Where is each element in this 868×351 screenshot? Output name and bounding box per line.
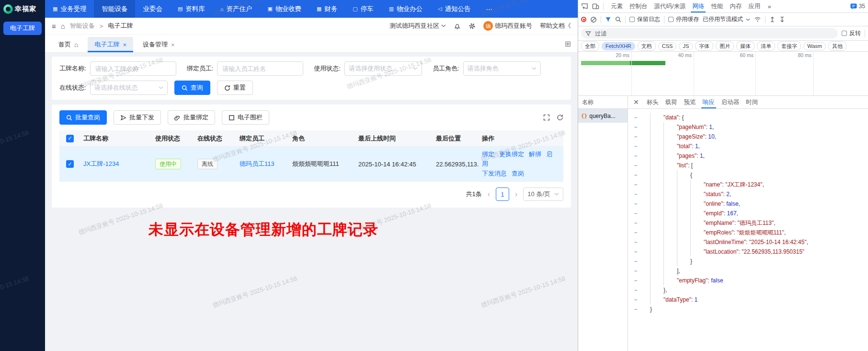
page-size-select[interactable]: 10 条/页	[523, 187, 563, 201]
request-filter-chip[interactable]: 全部	[581, 41, 599, 51]
topnav-item[interactable]: ▦业务受理	[45, 0, 94, 18]
network-conditions-icon[interactable]	[754, 16, 761, 23]
request-filter-chip[interactable]: 媒体	[736, 41, 754, 51]
detail-tab[interactable]: 载荷	[662, 96, 681, 108]
fold-marker-icon[interactable]: −	[628, 209, 643, 218]
devtools-tab[interactable]: 网络	[689, 0, 708, 12]
page-number-button[interactable]: 1	[496, 187, 509, 201]
badge-name-link[interactable]: JX工牌-1234	[83, 160, 119, 167]
table-row[interactable]: ✓JX工牌-1234使用中离线德玛员工113烦烦烦呃呃呃1112025-10-1…	[59, 147, 563, 181]
breadcrumb-section[interactable]: 智能设备	[70, 22, 95, 30]
batch-button[interactable]: 批量下发	[114, 110, 161, 125]
row-action-link[interactable]: 下发消息	[482, 170, 507, 177]
fold-marker-icon[interactable]: −	[628, 180, 643, 189]
refresh-icon[interactable]	[557, 114, 563, 121]
account-menu[interactable]: 德 德玛西亚账号	[483, 21, 532, 31]
fold-marker-icon[interactable]: −	[628, 285, 643, 295]
close-detail-icon[interactable]: ✕	[629, 96, 643, 108]
requests-name-header[interactable]: 名称	[578, 96, 628, 109]
app-logo[interactable]: 幸福家	[0, 0, 45, 18]
community-selector[interactable]: 测试德玛西亚社区	[389, 22, 446, 30]
devtools-tab[interactable]: 内存	[726, 0, 745, 12]
detail-tab[interactable]: 标头	[643, 96, 662, 108]
gear-icon[interactable]	[468, 23, 476, 30]
export-har-icon[interactable]: ↧	[779, 16, 786, 23]
record-network-log-button[interactable]	[581, 17, 586, 22]
row-action-link[interactable]: 解绑	[529, 151, 541, 158]
devtools-tab[interactable]: 应用	[745, 0, 764, 12]
fold-marker-icon[interactable]: −	[628, 266, 643, 276]
row-checkbox[interactable]: ✓	[66, 160, 74, 168]
fold-marker-icon[interactable]: −	[628, 141, 643, 151]
import-har-icon[interactable]: ↥	[769, 16, 776, 23]
request-row[interactable]: {}queryBa...	[578, 109, 628, 123]
fullscreen-icon[interactable]	[543, 114, 550, 121]
invert-filter-checkbox[interactable]: 反转	[842, 29, 861, 37]
fold-marker-icon[interactable]: −	[628, 161, 643, 170]
fold-marker-icon[interactable]: −	[628, 276, 643, 285]
reset-button[interactable]: 重置	[217, 81, 253, 95]
request-filter-chip[interactable]: 清单	[757, 41, 775, 51]
row-action-link[interactable]: 绑定	[482, 151, 494, 158]
fold-marker-icon[interactable]: −	[628, 199, 643, 209]
page-tab[interactable]: 首页⌂	[52, 37, 85, 52]
issues-counter[interactable]: 35	[850, 3, 865, 10]
fold-marker-icon[interactable]: −	[628, 113, 643, 122]
batch-button[interactable]: 批量查岗	[59, 110, 107, 125]
topnav-item[interactable]: ⋯	[479, 0, 501, 18]
clear-network-log-icon[interactable]	[590, 16, 597, 23]
detail-tab[interactable]: 时间	[742, 96, 761, 108]
batch-button[interactable]: 批量绑定	[168, 110, 215, 125]
batch-button[interactable]: 电子围栏	[222, 110, 269, 125]
topnav-item[interactable]: ⌂资产住户	[213, 0, 260, 18]
topnav-item[interactable]: ▣物业收费	[260, 0, 308, 18]
fold-marker-icon[interactable]: −	[628, 295, 643, 304]
topnav-item[interactable]: ◁通知公告	[430, 0, 478, 18]
fold-marker-icon[interactable]: −	[628, 304, 643, 314]
device-toolbar-icon[interactable]	[592, 3, 599, 10]
request-filter-chip[interactable]: 文档	[638, 41, 656, 51]
inspect-element-icon[interactable]	[581, 3, 588, 10]
filter-icon[interactable]	[605, 16, 611, 23]
request-filter-chip[interactable]: 其他	[828, 41, 846, 51]
topnav-item[interactable]: ▦财务	[309, 0, 345, 18]
fold-marker-icon[interactable]: −	[628, 247, 643, 257]
devtools-tab[interactable]: 控制台	[626, 0, 651, 12]
help-doc-link[interactable]: 帮助文档《	[540, 22, 571, 30]
search-input[interactable]	[217, 61, 303, 76]
row-action-link[interactable]: 查岗	[512, 170, 524, 177]
next-page-button[interactable]: ›	[515, 190, 517, 199]
fold-marker-icon[interactable]: −	[628, 257, 643, 266]
devtools-tab[interactable]: 性能	[708, 0, 726, 12]
tab-close-icon[interactable]: ×	[171, 41, 175, 48]
bell-icon[interactable]	[454, 23, 461, 30]
fold-marker-icon[interactable]: −	[628, 151, 643, 161]
sidebar-item-badge-module[interactable]: 电子工牌	[3, 22, 42, 35]
topnav-item[interactable]: 业委会	[135, 0, 170, 18]
grid-layout-icon[interactable]: ⊞	[565, 39, 571, 48]
employee-link[interactable]: 德玛员工113	[240, 160, 274, 167]
response-json-viewer[interactable]: −"data": {−"pageNum": 1,−"pageSize": 10,…	[628, 109, 868, 351]
select-control[interactable]: 请选择角色	[463, 61, 541, 76]
select-all-checkbox[interactable]: ✓	[66, 135, 74, 142]
select-control[interactable]: 请选择使用状态	[344, 61, 422, 76]
request-filter-chip[interactable]: Wasm	[803, 42, 826, 50]
topnav-item[interactable]: ▤资料库	[170, 0, 213, 18]
page-tab[interactable]: 设备管理×	[136, 37, 182, 52]
more-tabs-button[interactable]: »	[767, 3, 771, 10]
devtools-tab[interactable]: 元素	[607, 0, 626, 12]
detail-tab[interactable]: 启动器	[718, 96, 743, 108]
request-filter-chip[interactable]: CSS	[658, 42, 677, 50]
topnav-item[interactable]: ▢停车	[345, 0, 381, 18]
query-button[interactable]: 查询	[174, 81, 210, 95]
fold-marker-icon[interactable]: −	[628, 218, 643, 228]
collapse-sidebar-icon[interactable]: ≡	[52, 22, 56, 30]
search-network-icon[interactable]	[615, 16, 621, 23]
fold-marker-icon[interactable]: −	[628, 228, 643, 237]
topnav-item[interactable]: 智能设备	[94, 0, 135, 18]
request-filter-chip[interactable]: 套接字	[777, 41, 801, 51]
tab-close-icon[interactable]: ×	[123, 41, 126, 48]
preserve-log-checkbox[interactable]: 保留日志	[629, 15, 660, 23]
detail-tab[interactable]: 响应	[699, 96, 718, 108]
fold-marker-icon[interactable]: −	[628, 237, 643, 247]
